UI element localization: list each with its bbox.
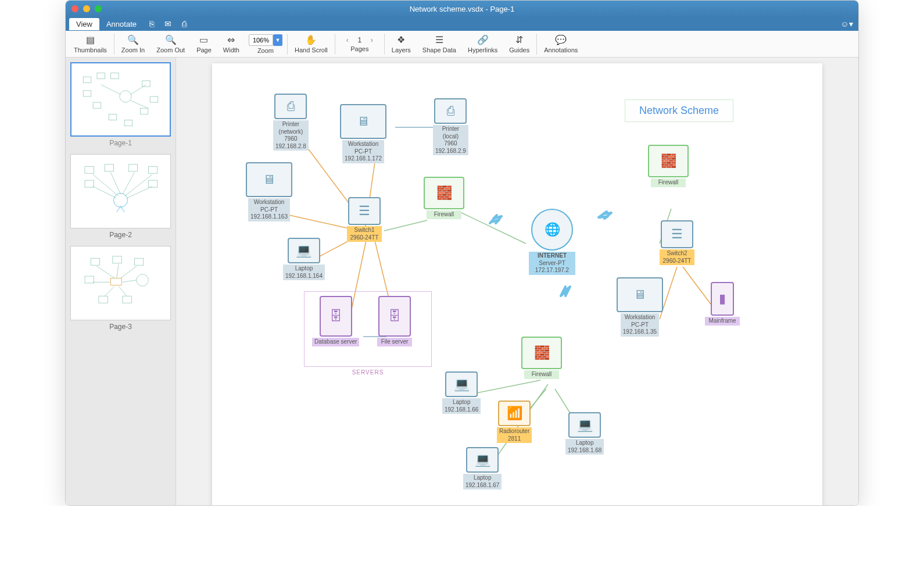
guides-icon: ⇵: [515, 35, 523, 45]
fit-width-icon: ⇔: [227, 35, 235, 45]
layers-button[interactable]: ❖ Layers: [386, 31, 417, 57]
annotations-icon: 💬: [555, 35, 567, 45]
node-laptop-67[interactable]: 💻 Laptop192.168.1.67: [463, 447, 502, 489]
fit-page-icon: ▭: [199, 35, 208, 45]
node-workstation-3[interactable]: 🖥 WorkstationPC-PT192.168.1.35: [617, 277, 663, 337]
firewall-icon: 🧱: [648, 145, 689, 177]
annotations-button[interactable]: 💬 Annotations: [538, 31, 583, 57]
canvas[interactable]: Network Scheme ⎙ Printer(network)7960192…: [176, 58, 858, 505]
layers-icon: ❖: [397, 35, 405, 45]
servers-label: SERVERS: [305, 369, 431, 376]
node-switch-1[interactable]: ☰ Switch12960-24TT: [347, 197, 382, 242]
mainframe-icon: ▮: [711, 282, 734, 316]
thumbnail-page-3[interactable]: [70, 246, 171, 320]
workstation-icon: 🖥: [617, 277, 663, 312]
node-firewall-3[interactable]: 🧱 Firewall: [521, 337, 562, 379]
shape-data-icon: ☰: [435, 35, 443, 45]
firewall-icon: 🧱: [521, 337, 562, 369]
globe-icon: 🌐: [531, 209, 573, 251]
hyperlinks-button[interactable]: 🔗 Hyperlinks: [462, 31, 503, 57]
minimize-window-button[interactable]: [83, 5, 90, 12]
zoom-in-icon: 🔍: [127, 35, 139, 45]
node-printer-network[interactable]: ⎙ Printer(network)7960192.168.2.8: [273, 94, 309, 151]
node-workstation-1[interactable]: 🖥 WorkstationPC-PT192.168.1.172: [340, 104, 386, 163]
help-icon[interactable]: ☺▾: [839, 17, 855, 30]
hyperlinks-icon: 🔗: [477, 35, 489, 45]
router-icon: 📶: [498, 401, 531, 426]
thumbnail-label-1: Page-1: [70, 139, 171, 147]
laptop-icon: 💻: [568, 412, 601, 438]
server-icon: 🗄: [378, 296, 411, 337]
laptop-icon: 💻: [288, 238, 320, 263]
node-file-server[interactable]: 🗄 File server: [377, 296, 412, 346]
printer-icon: ⎙: [274, 94, 307, 119]
page-prev-button[interactable]: ‹: [343, 36, 352, 44]
thumbnails-panel: Page-1 Page-2 Page-3: [66, 58, 176, 505]
node-radiorouter[interactable]: 📶 Radiorouter2811: [497, 401, 532, 443]
laptop-icon: 💻: [466, 447, 499, 473]
hand-icon: ✋: [305, 35, 317, 45]
page-1: Network Scheme ⎙ Printer(network)7960192…: [212, 63, 822, 505]
node-laptop-1[interactable]: 💻 Laptop192.168.1.164: [283, 238, 325, 280]
guides-button[interactable]: ⇵ Guides: [503, 31, 535, 57]
laptop-icon: 💻: [445, 371, 478, 397]
menubar: View Annotate ⎘ ✉ ⎙ ☺▾: [66, 17, 858, 31]
zoom-input[interactable]: [249, 34, 273, 46]
thumbnail-label-3: Page-3: [70, 323, 171, 331]
pages-nav: ‹ 1 › Pages: [336, 31, 383, 57]
node-workstation-2[interactable]: 🖥 WorkstationPC-PT192.168.1.163: [246, 162, 292, 221]
printer-icon: ⎙: [434, 98, 467, 124]
node-firewall-2[interactable]: 🧱 Firewall: [648, 145, 689, 187]
zoom-select: ▼ Zoom: [245, 31, 286, 57]
svg-line-53: [384, 220, 427, 231]
node-printer-local[interactable]: ⎙ Printer(local)7960192.168.2.9: [433, 98, 468, 155]
workstation-icon: 🖥: [340, 104, 386, 139]
window-title: Network scheme.vsdx - Page-1: [66, 5, 858, 13]
zoom-out-icon: 🔍: [165, 35, 177, 45]
node-mainframe[interactable]: ▮ Mainframe: [705, 282, 740, 326]
shape-data-button[interactable]: ☰ Shape Data: [417, 31, 462, 57]
toolbar: ▤ Thumbnails 🔍 Zoom In 🔍 Zoom Out ▭ Page…: [66, 31, 858, 58]
node-firewall-1[interactable]: 🧱 Firewall: [424, 177, 464, 219]
node-laptop-66[interactable]: 💻 Laptop192.168.1.66: [442, 371, 481, 414]
firewall-icon: 🧱: [424, 177, 464, 209]
thumbnail-page-2[interactable]: [70, 154, 171, 228]
node-internet[interactable]: 🌐 INTERNETServer-PT172.17.197.2: [529, 209, 575, 275]
fit-page-button[interactable]: ▭ Page: [191, 31, 217, 57]
node-database-server[interactable]: 🗄 Database server: [312, 296, 359, 346]
svg-line-47: [286, 215, 352, 229]
zoom-in-button[interactable]: 🔍 Zoom In: [116, 31, 151, 57]
zoom-out-button[interactable]: 🔍 Zoom Out: [151, 31, 191, 57]
print-icon[interactable]: ⎙: [176, 17, 192, 30]
server-icon: 🗄: [320, 296, 352, 337]
close-window-button[interactable]: [71, 5, 78, 12]
thumbnail-page-1[interactable]: [70, 62, 171, 137]
tab-view[interactable]: View: [69, 18, 99, 30]
thumbnail-label-2: Page-2: [70, 231, 171, 239]
tab-annotate[interactable]: Annotate: [99, 18, 144, 30]
zoom-window-button[interactable]: [95, 5, 102, 12]
node-switch-2[interactable]: ☰ Switch22960-24TT: [660, 220, 694, 265]
svg-line-54: [459, 212, 526, 244]
page-next-button[interactable]: ›: [367, 36, 377, 44]
titlebar: Network scheme.vsdx - Page-1: [66, 1, 858, 17]
workstation-icon: 🖥: [246, 162, 292, 197]
node-laptop-68[interactable]: 💻 Laptop192.168.1.68: [565, 412, 604, 455]
diagram-title: Network Scheme: [625, 99, 733, 122]
share-icon[interactable]: ✉: [160, 17, 176, 30]
thumbnails-icon: ▤: [86, 35, 95, 45]
switch-icon: ☰: [661, 220, 693, 248]
thumbnails-button[interactable]: ▤ Thumbnails: [68, 31, 113, 57]
page-number: 1: [354, 36, 365, 44]
hand-scroll-button[interactable]: ✋ Hand Scroll: [289, 31, 334, 57]
zoom-dropdown[interactable]: ▼: [273, 34, 282, 46]
switch-icon: ☰: [348, 197, 381, 225]
zoom-label: Zoom: [257, 47, 274, 54]
fit-width-button[interactable]: ⇔ Width: [217, 31, 245, 57]
svg-rect-15: [73, 159, 168, 224]
export-pdf-icon[interactable]: ⎘: [144, 17, 160, 30]
